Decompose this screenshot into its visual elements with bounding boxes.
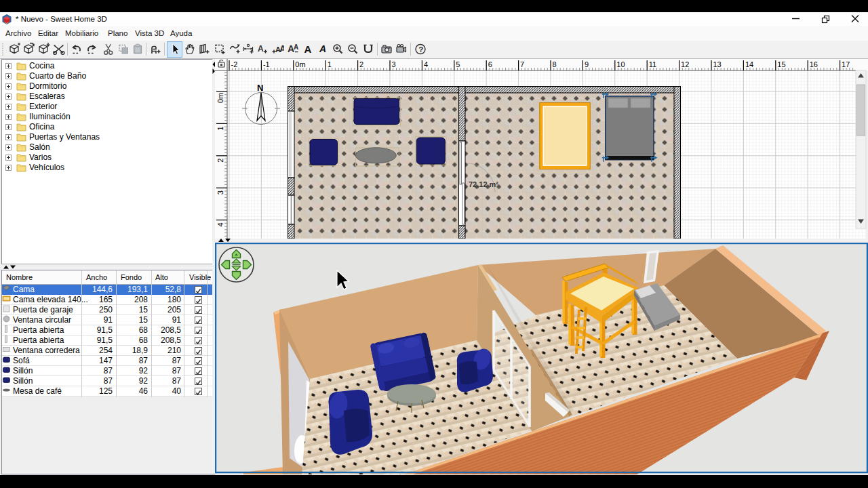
svg-text:17: 17 <box>842 60 850 68</box>
svg-text:11: 11 <box>649 60 656 68</box>
svg-text:A: A <box>304 43 312 55</box>
svg-text:A: A <box>319 43 326 54</box>
svg-text:4: 4 <box>216 222 224 226</box>
svg-text:2: 2 <box>359 60 363 68</box>
svg-text:2: 2 <box>216 159 224 163</box>
svg-text:N: N <box>257 83 263 93</box>
svg-text:1: 1 <box>328 60 332 68</box>
svg-text:10: 10 <box>616 60 625 68</box>
svg-text:5: 5 <box>456 60 460 68</box>
svg-text:1: 1 <box>216 126 224 130</box>
svg-text:15: 15 <box>777 60 785 68</box>
svg-text:3: 3 <box>216 190 224 195</box>
svg-text:A: A <box>279 43 284 54</box>
svg-text:A: A <box>294 43 298 51</box>
svg-text:14: 14 <box>745 60 753 68</box>
svg-text:0m: 0m <box>295 60 305 68</box>
svg-text:4: 4 <box>424 60 428 68</box>
svg-text:72,12 m²: 72,12 m² <box>469 180 498 188</box>
svg-text:-1: -1 <box>263 60 270 68</box>
svg-text:12: 12 <box>681 60 689 68</box>
svg-text:16: 16 <box>810 60 818 68</box>
svg-text:A: A <box>258 44 264 54</box>
svg-text:13: 13 <box>713 60 722 68</box>
svg-text:7: 7 <box>520 60 524 68</box>
svg-text:8: 8 <box>553 60 557 68</box>
svg-text:6: 6 <box>488 60 492 68</box>
svg-text:3: 3 <box>392 60 396 68</box>
svg-text:?: ? <box>418 45 423 54</box>
svg-text:-2: -2 <box>231 60 238 68</box>
svg-text:0m: 0m <box>216 93 224 103</box>
svg-text:9: 9 <box>585 60 589 68</box>
